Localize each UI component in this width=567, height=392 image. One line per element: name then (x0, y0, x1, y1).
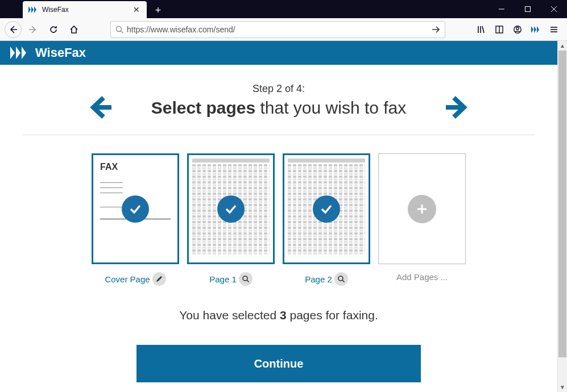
account-icon[interactable] (509, 20, 526, 39)
scrollbar-up-icon[interactable]: ▲ (558, 41, 567, 51)
reader-icon[interactable] (491, 20, 508, 39)
browser-tab[interactable]: WiseFax ✕ (23, 1, 147, 18)
logo-text: WiseFax (35, 45, 86, 60)
svg-point-13 (243, 276, 247, 281)
zoom-page-button[interactable] (239, 272, 253, 286)
svg-line-5 (121, 31, 123, 33)
svg-point-4 (117, 26, 122, 31)
search-icon (115, 26, 123, 34)
continue-button[interactable]: Continue (136, 345, 421, 382)
add-icon (408, 195, 436, 223)
window-minimize-button[interactable] (489, 0, 515, 18)
go-arrow-icon[interactable] (431, 25, 440, 34)
page-label[interactable]: Page 1 (209, 274, 237, 284)
logo-chevrons-icon (10, 47, 31, 59)
scrollbar-thumb[interactable] (558, 51, 566, 357)
tab-title: WiseFax (42, 6, 127, 14)
browser-reload-button[interactable] (44, 20, 63, 39)
svg-point-15 (338, 276, 343, 281)
url-bar[interactable]: https://www.wisefax.com/send/ (110, 21, 445, 38)
library-icon[interactable] (473, 20, 490, 39)
selected-check-icon (313, 195, 340, 223)
app-logo[interactable]: WiseFax (10, 45, 86, 60)
svg-rect-1 (525, 7, 531, 12)
page-thumb-2[interactable] (283, 153, 370, 264)
page-thumb-cover[interactable]: FAX (92, 153, 179, 264)
page-item-1: Page 1 (187, 153, 275, 286)
svg-point-9 (516, 27, 519, 29)
page-content: WiseFax Step 2 of 4: Select pages that y… (0, 41, 567, 392)
page-label[interactable]: Page 2 (305, 274, 332, 284)
page-item-2: Page 2 (283, 153, 370, 286)
browser-toolbar: https://www.wisefax.com/send/ (0, 18, 567, 41)
browser-menu-button[interactable] (545, 20, 562, 39)
scrollbar[interactable]: ▲ ▼ (557, 41, 567, 392)
step-indicator: Step 2 of 4: (23, 83, 535, 95)
browser-back-button[interactable] (5, 21, 22, 38)
wizard-prev-button[interactable] (89, 95, 113, 119)
wizard-next-button[interactable] (445, 95, 469, 119)
svg-line-14 (247, 280, 249, 282)
tab-close-icon[interactable]: ✕ (132, 5, 141, 14)
zoom-page-button[interactable] (334, 272, 348, 286)
new-tab-button[interactable]: + (150, 2, 166, 18)
app-header: WiseFax (0, 41, 567, 65)
page-thumb-1[interactable] (187, 153, 275, 264)
tab-favicon-icon (28, 5, 38, 14)
browser-forward-button[interactable] (24, 20, 42, 39)
window-maximize-button[interactable] (515, 0, 541, 18)
url-text: https://www.wisefax.com/send/ (127, 25, 431, 34)
cover-doc-heading: FAX (100, 162, 171, 172)
extension-wisefax-icon[interactable] (527, 20, 544, 39)
wizard-header: Step 2 of 4: Select pages that you wish … (23, 83, 535, 135)
pages-row: FAX Cover Page (23, 153, 535, 286)
page-item-cover: FAX Cover Page (92, 153, 179, 286)
page-label[interactable]: Cover Page (105, 274, 150, 284)
page-item-add: Add Pages ... (378, 153, 466, 286)
edit-cover-button[interactable] (152, 272, 166, 286)
svg-line-16 (342, 280, 345, 282)
window-close-button[interactable] (541, 0, 567, 18)
scrollbar-down-icon[interactable]: ▼ (558, 382, 567, 392)
browser-titlebar: WiseFax ✕ + (0, 0, 567, 18)
selection-summary: You have selected 3 pages for faxing. (23, 308, 535, 322)
browser-home-button[interactable] (65, 20, 83, 39)
selected-check-icon (122, 195, 149, 223)
selected-check-icon (217, 195, 245, 223)
add-pages-thumb[interactable] (378, 153, 466, 264)
add-pages-label[interactable]: Add Pages ... (396, 272, 448, 282)
